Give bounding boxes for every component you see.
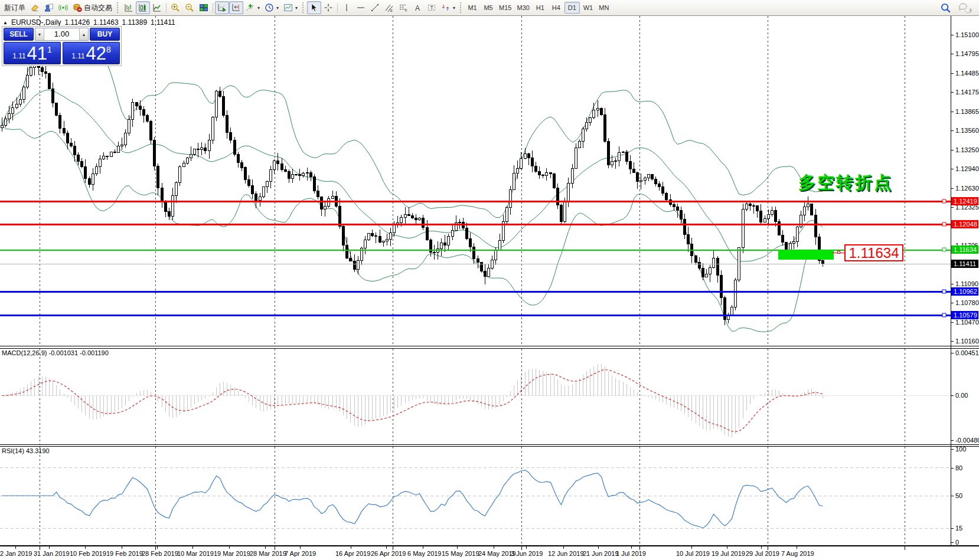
date-grid-tick: [275, 546, 275, 550]
date-tick-mark: [15, 546, 16, 549]
date-tick-mark: [631, 546, 632, 549]
horizontal-line-button[interactable]: [354, 1, 368, 14]
cursor-button[interactable]: [307, 1, 321, 14]
periods-button[interactable]: ▾: [262, 1, 281, 14]
price-tag: 1.11411: [951, 260, 978, 268]
price-tick-label: 1.13250: [951, 146, 979, 154]
vertical-line-button[interactable]: [340, 1, 354, 14]
level-callout-box[interactable]: 1.11634: [844, 244, 903, 261]
panel-separator[interactable]: [0, 346, 979, 349]
tile-windows-button[interactable]: [197, 1, 211, 14]
signal-icon: [58, 3, 68, 12]
trendline-button[interactable]: [368, 1, 382, 14]
price-tick-label: 15: [951, 524, 979, 532]
price-tag: 1.10579: [951, 311, 978, 319]
price-tick-label: 1.14795: [951, 50, 979, 58]
date-tick-mark: [300, 546, 301, 549]
date-tick-mark: [691, 546, 692, 549]
bar-chart-button[interactable]: [122, 1, 136, 14]
auto-scroll-button[interactable]: [215, 1, 229, 14]
text-label-icon: T: [427, 3, 436, 12]
profile-button[interactable]: [42, 1, 56, 14]
timeframe-h4[interactable]: H4: [549, 2, 564, 14]
chart-shift-button[interactable]: [229, 1, 243, 14]
rsi-panel[interactable]: [0, 447, 951, 545]
volume-input[interactable]: 1.00: [44, 28, 79, 40]
level-line-handle[interactable]: [942, 222, 946, 226]
panel-separator[interactable]: [0, 444, 979, 447]
timeframe-w1[interactable]: W1: [580, 2, 596, 14]
price-tag: 1.12048: [951, 220, 978, 228]
timeframe-m15[interactable]: M15: [497, 2, 514, 14]
eraser-button[interactable]: [28, 1, 42, 14]
date-label: 28 Feb 2019: [142, 550, 178, 557]
candlestick-chart-button[interactable]: [136, 1, 150, 14]
price-tick-label: 1.12940: [951, 165, 979, 173]
line-chart-button[interactable]: [150, 1, 164, 14]
date-label: 16 Apr 2019: [335, 550, 370, 557]
volume-increase-button[interactable]: ▲: [79, 28, 88, 40]
price-tag: 1.10962: [951, 287, 978, 296]
timeframe-m30[interactable]: M30: [514, 2, 531, 14]
date-tick-mark: [727, 546, 727, 549]
price-tick-label: 0.00: [951, 391, 979, 399]
autotrade-label: 自动交易: [84, 3, 112, 13]
level-line-handle[interactable]: [942, 199, 946, 203]
fibonacci-button[interactable]: F: [396, 1, 410, 14]
level-line-handle[interactable]: [942, 290, 946, 293]
bollinger-band-line: [2, 35, 823, 218]
new-order-button[interactable]: 新订单: [2, 1, 28, 14]
sell-button[interactable]: SELL: [4, 28, 34, 41]
text-label-button[interactable]: T: [425, 1, 439, 14]
timeframe-m1[interactable]: M1: [465, 2, 480, 14]
date-label: 31 Jan 2019: [34, 550, 70, 557]
templates-button[interactable]: ▾: [281, 1, 300, 14]
sell-price-sup: 1: [47, 45, 52, 54]
price-axis[interactable]: 1.151001.147951.144851.141751.138651.135…: [951, 16, 979, 545]
arrows-button[interactable]: ▾: [439, 1, 458, 14]
equidistant-channel-button[interactable]: E: [382, 1, 396, 14]
toolbar-right-group: [940, 2, 977, 14]
crosshair-button[interactable]: [321, 1, 335, 14]
indicators-button[interactable]: ▾: [243, 1, 262, 14]
chevron-down-icon[interactable]: ▾: [257, 5, 260, 11]
date-label: 28 Mar 2019: [250, 550, 286, 557]
chevron-down-icon[interactable]: ▾: [295, 5, 298, 11]
sell-price-prefix: 1.11: [12, 52, 25, 60]
zoom-in-button[interactable]: [168, 1, 182, 14]
level-line-handle[interactable]: [942, 313, 946, 317]
highlight-zone[interactable]: [778, 250, 834, 260]
date-tick-mark: [157, 546, 158, 549]
date-tick-mark: [423, 546, 423, 549]
date-tick-mark: [526, 546, 527, 549]
search-icon[interactable]: [940, 2, 951, 14]
timeframe-mn[interactable]: MN: [596, 2, 612, 14]
volume-decrease-button[interactable]: ▼: [35, 28, 44, 40]
eraser-icon: [30, 3, 40, 12]
chat-icon[interactable]: [958, 2, 973, 13]
chevron-down-icon[interactable]: ▾: [453, 5, 455, 11]
callout-handle[interactable]: [837, 251, 840, 254]
timeframe-m5[interactable]: M5: [481, 2, 496, 14]
timeframe-h1[interactable]: H1: [533, 2, 548, 14]
macd-panel[interactable]: [0, 349, 951, 444]
level-line-handle[interactable]: [942, 248, 946, 251]
text-icon: A: [413, 3, 422, 12]
signal-button[interactable]: [56, 1, 70, 14]
zoom-out-button[interactable]: [182, 1, 197, 14]
price-tick-label: 1.14175: [951, 88, 979, 96]
chevron-down-icon[interactable]: ▾: [276, 5, 279, 11]
autotrade-button[interactable]: 自动交易: [70, 1, 115, 14]
price-tick-label: 1.12630: [951, 184, 979, 192]
date-tick-mark: [265, 546, 266, 549]
date-tick-mark: [351, 546, 351, 549]
buy-price-box[interactable]: 1.11428: [63, 42, 120, 64]
date-label: 3 Jun 2019: [511, 550, 543, 557]
buy-button[interactable]: BUY: [90, 28, 120, 41]
text-button[interactable]: A: [410, 1, 425, 14]
date-grid-tick: [905, 546, 905, 550]
date-axis[interactable]: 2 Jan 201931 Jan 201910 Feb 201919 Feb 2…: [0, 546, 979, 560]
sell-price-box[interactable]: 1.11411: [4, 42, 61, 64]
price-tick-label: 1.13865: [951, 107, 979, 116]
timeframe-d1[interactable]: D1: [564, 2, 580, 14]
